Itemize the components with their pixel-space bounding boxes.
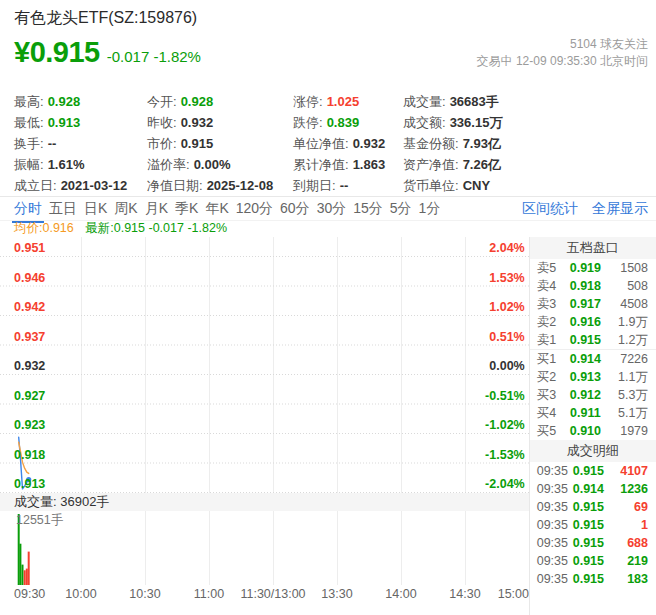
y-axis-price-label: 0.946 [14, 271, 45, 285]
volume-header-strip: 成交量: 36902手 [0, 493, 529, 511]
tab-quarter-k[interactable]: 季K [175, 200, 198, 218]
stat-label: 累计净值: [293, 157, 349, 172]
stat-label: 涨停: [293, 94, 323, 109]
tab-month-k[interactable]: 月K [145, 200, 168, 218]
time-axis: 09:3010:0010:3011:0011:30/13:0013:3014:0… [0, 585, 529, 603]
stat-label: 资产净值: [403, 157, 459, 172]
order-row-ask-5[interactable]: 卖50.9191508 [530, 259, 656, 277]
stat-label: 单位净值: [293, 136, 349, 151]
trade-row-3: 09:350.91569 [530, 498, 656, 516]
y-axis-price-label: 0.923 [14, 418, 45, 432]
stat-cell: 基金份额:7.93亿 [403, 133, 656, 154]
stat-value: 1.025 [327, 94, 360, 109]
stat-value: 0.928 [48, 94, 81, 109]
order-volume: 508 [604, 277, 648, 295]
stats-grid: 最高:0.928今开:0.928涨停:1.025成交量:36683手最低:0.9… [0, 88, 656, 196]
order-row-bid-4[interactable]: 买40.9115.1万 [530, 404, 656, 422]
tab-5min[interactable]: 5分 [390, 200, 412, 218]
stat-cell: 涨停:1.025 [293, 91, 403, 112]
order-row-bid-2[interactable]: 买20.9131.1万 [530, 368, 656, 386]
stat-cell: 最高:0.928 [14, 91, 147, 112]
trade-price: 0.915 [573, 552, 604, 570]
link-fullscreen[interactable]: 全屏显示 [592, 200, 648, 218]
order-row-ask-2[interactable]: 卖20.9161.9万 [530, 313, 656, 331]
tab-1min[interactable]: 1分 [419, 200, 441, 218]
order-volume: 5.1万 [604, 404, 648, 422]
volume-chart-canvas [0, 511, 529, 585]
volume-chart[interactable]: 12551手 [0, 511, 529, 585]
tab-30min[interactable]: 30分 [317, 200, 347, 218]
order-row-ask-3[interactable]: 卖30.9174508 [530, 295, 656, 313]
stat-value: 1.61% [48, 157, 85, 172]
tab-minute[interactable]: 分时 [14, 200, 42, 218]
stock-detail-page: 有色龙头ETF(SZ:159876) ¥0.915 -0.017 -1.82% … [0, 0, 656, 615]
order-row-ask-4[interactable]: 卖40.918508 [530, 277, 656, 295]
trade-volume: 219 [604, 552, 648, 570]
stat-value: CNY [463, 178, 490, 193]
stat-label: 净值日期: [147, 178, 203, 193]
y-axis-price-label: 0.913 [14, 477, 45, 491]
order-price: 0.918 [567, 277, 604, 295]
chart-tab-bar: 分时五日日K周K月K季K年K120分60分30分15分5分1分 区间统计全屏显示 [0, 196, 656, 221]
order-row-bid-3[interactable]: 买30.9125.3万 [530, 386, 656, 404]
tab-year-k[interactable]: 年K [205, 200, 228, 218]
order-row-bid-5[interactable]: 买50.9101979 [530, 422, 656, 440]
stat-cell: 今开:0.928 [147, 91, 293, 112]
stat-cell: 成交量:36683手 [403, 91, 656, 112]
trade-row-1: 09:350.9154107 [530, 462, 656, 480]
order-price: 0.910 [567, 422, 604, 440]
order-price: 0.919 [567, 259, 604, 277]
stat-value: 0.839 [327, 115, 360, 130]
stat-value: 0.932 [353, 136, 386, 151]
trade-volume: 69 [604, 498, 648, 516]
tab-120min[interactable]: 120分 [236, 200, 273, 218]
time-axis-label: 10:30 [129, 587, 160, 601]
time-axis-label: 09:30 [14, 587, 45, 601]
trade-volume: 1 [604, 516, 648, 534]
order-volume: 1.2万 [604, 331, 648, 349]
stat-cell: 资产净值:7.26亿 [403, 154, 656, 175]
trade-time: 09:35 [537, 552, 573, 570]
y-axis-price-label: 0.937 [14, 330, 45, 344]
y-axis-percent-label: 2.04% [489, 241, 524, 255]
trade-price: 0.915 [573, 516, 604, 534]
stat-cell: 换手:-- [14, 133, 147, 154]
y-axis-percent-label: 0.00% [489, 359, 524, 373]
stat-label: 今开: [147, 94, 177, 109]
tab-five-day[interactable]: 五日 [49, 200, 77, 218]
stat-value: 36683手 [450, 94, 499, 109]
order-price: 0.913 [567, 368, 604, 386]
link-range-stats[interactable]: 区间统计 [522, 200, 578, 218]
tab-week-k[interactable]: 周K [114, 200, 137, 218]
stat-cell: 到期日:-- [293, 175, 403, 196]
avg-price-legend: 均价:0.916 [14, 221, 74, 235]
order-volume: 4508 [604, 295, 648, 313]
time-axis-label: 15:00 [498, 587, 529, 601]
tab-day-k[interactable]: 日K [84, 200, 107, 218]
trade-time: 09:35 [537, 516, 573, 534]
order-row-ask-1[interactable]: 卖10.9151.2万 [530, 331, 656, 349]
page-title: 有色龙头ETF(SZ:159876) [14, 8, 648, 29]
stat-cell: 振幅:1.61% [14, 154, 147, 175]
time-axis-label: 11:00 [194, 587, 224, 601]
order-row-bid-1[interactable]: 买10.9147226 [530, 349, 656, 368]
stat-value: 336.15万 [450, 115, 503, 130]
tab-60min[interactable]: 60分 [280, 200, 310, 218]
trade-price: 0.914 [573, 480, 604, 498]
quote-header: 有色龙头ETF(SZ:159876) ¥0.915 -0.017 -1.82% … [0, 0, 656, 88]
chart-legend: 均价:0.916 最新:0.915 -0.017 -1.82% [0, 221, 529, 237]
price-chart[interactable]: 0.9512.04%0.9461.53%0.9421.02%0.9370.51%… [0, 237, 529, 493]
stat-value: 7.93亿 [463, 136, 501, 151]
side-panel: 五档盘口 卖50.9191508卖40.918508卖30.9174508卖20… [529, 237, 656, 615]
y-axis-percent-label: -2.04% [485, 477, 525, 491]
header-meta: 5104 球友关注 交易中 12-09 09:35:30 北京时间 [477, 36, 648, 70]
stat-label: 到期日: [293, 178, 336, 193]
y-axis-price-label: 0.918 [14, 448, 45, 462]
trade-price: 0.915 [573, 570, 604, 588]
tab-15min[interactable]: 15分 [353, 200, 383, 218]
stat-value: 2025-12-08 [207, 178, 274, 193]
trade-volume: 183 [604, 570, 648, 588]
stat-label: 振幅: [14, 157, 44, 172]
y-axis-price-label: 0.942 [14, 300, 45, 314]
y-axis-percent-label: 1.02% [489, 300, 524, 314]
